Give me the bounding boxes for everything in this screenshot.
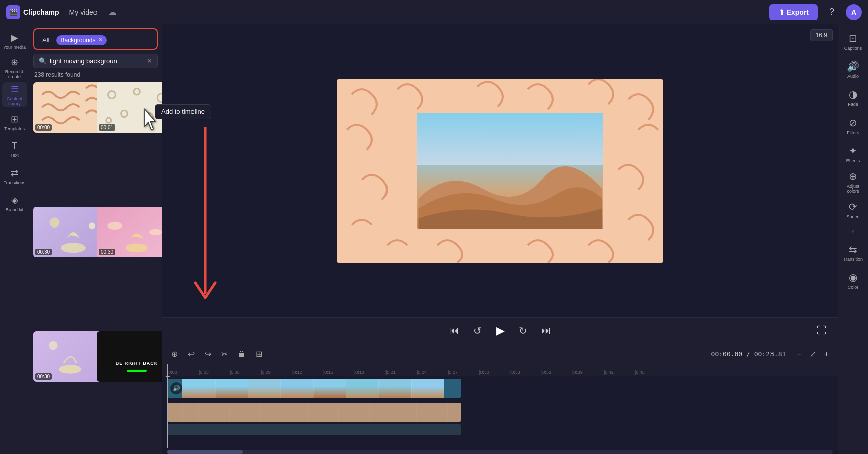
filters-icon: ⊘	[849, 117, 857, 129]
sidebar-item-brand-kit[interactable]: ◈ Brand kit	[2, 191, 27, 216]
item-time-5: 00:30	[35, 373, 52, 380]
video-track[interactable]: 🔊	[167, 379, 461, 398]
sidebar-item-content-library[interactable]: ☰ Contentlibrary	[2, 82, 27, 107]
search-icon: 🔍	[39, 57, 47, 65]
adjust-colors-icon: ⊕	[849, 170, 857, 182]
filter-all-button[interactable]: All	[39, 34, 52, 46]
help-button[interactable]: ?	[824, 4, 840, 20]
sidebar-item-templates[interactable]: ⊞ Templates	[2, 109, 27, 135]
sidebar-item-transitions[interactable]: ⇄ Transitions	[2, 164, 27, 189]
sidebar-item-speed[interactable]: ⟳ Speed	[840, 197, 866, 223]
magnet-button[interactable]: ⊕	[168, 347, 181, 361]
svg-point-2	[157, 94, 162, 103]
project-name[interactable]: My video	[65, 6, 102, 18]
aspect-ratio-button[interactable]: 16:9	[810, 29, 833, 41]
timeline-toolbar: ⊕ ↩ ↪ ✂ 🗑 ⊞ 00:00.00 / 00:23.81 − ⤢ +	[162, 344, 838, 364]
rewind-button[interactable]: ⏮	[446, 322, 462, 339]
sidebar-label-brand: Brand kit	[6, 207, 24, 212]
filter-tag-label: Backgrounds	[60, 37, 95, 44]
forward-5s-button[interactable]: ↻	[516, 322, 530, 340]
filter-tag-backgrounds[interactable]: Backgrounds ✕	[56, 35, 106, 45]
playhead[interactable]	[167, 376, 168, 448]
track-volume-icon[interactable]: 🔊	[170, 382, 182, 394]
text-icon: T	[12, 141, 17, 151]
sidebar-item-color[interactable]: ◉ Color	[840, 267, 866, 293]
redo-button[interactable]: ↪	[202, 347, 214, 361]
back-5s-button[interactable]: ↺	[470, 322, 485, 340]
right-sidebar: ⊡ Captions 🔊 Audio ◑ Fade ⊘ Filters ✦ Ef…	[838, 24, 868, 454]
effects-icon: ✦	[849, 145, 857, 157]
svg-point-13	[59, 365, 81, 374]
bg-track[interactable]	[167, 403, 461, 422]
grid-item-4[interactable]: 00:30	[97, 207, 162, 257]
sidebar-item-record-create[interactable]: ⊕ Record &create	[2, 55, 27, 80]
transition-label: Transition	[843, 257, 863, 262]
track3-row	[162, 424, 838, 439]
sidebar-chevron[interactable]: ‹	[840, 225, 866, 237]
sidebar-item-adjust-colors[interactable]: ⊕ Adjustcolors	[840, 169, 866, 195]
audio-label: Audio	[847, 74, 859, 79]
sidebar-label-library: Contentlibrary	[7, 96, 23, 106]
record-icon: ⊕	[11, 57, 18, 68]
controls-bar: ⏮ ↺ ▶ ↻ ⏭ ⛶	[162, 317, 838, 344]
media-icon: ▶	[11, 32, 18, 43]
delete-button[interactable]: 🗑	[235, 348, 249, 361]
logo[interactable]: 🎬 Clipchamp	[6, 5, 59, 19]
results-count: 238 results found	[29, 71, 162, 82]
grid-item-6[interactable]: BE RIGHT BACK	[97, 331, 162, 382]
center-area: 16:9	[162, 24, 838, 454]
sidebar-item-your-media[interactable]: ▶ Your media	[2, 28, 27, 53]
filter-tag-close-icon[interactable]: ✕	[98, 37, 103, 43]
item-time-1: 00:00	[35, 124, 52, 131]
sidebar-item-captions[interactable]: ⊡ Captions	[840, 28, 866, 54]
track3[interactable]	[167, 424, 461, 435]
color-icon: ◉	[849, 271, 857, 283]
export-button[interactable]: ⬆ Export	[769, 4, 818, 20]
search-clear-icon[interactable]: ✕	[147, 57, 152, 65]
item-time-3: 00:30	[35, 249, 52, 255]
attach-button[interactable]: ⊞	[253, 347, 265, 361]
svg-point-14	[49, 341, 58, 350]
speed-icon: ⟳	[849, 201, 857, 213]
timeline-scrollbar[interactable]	[167, 450, 833, 454]
fullscreen-button[interactable]: ⛶	[814, 322, 830, 339]
sidebar-item-fade[interactable]: ◑ Fade	[840, 84, 866, 110]
sidebar-label-record: Record &create	[5, 69, 24, 79]
sidebar-item-effects[interactable]: ✦ Effects	[840, 141, 866, 167]
zoom-fit-button[interactable]: ⤢	[807, 348, 819, 360]
left-sidebar: ▶ Your media ⊕ Record &create ☰ Contentl…	[0, 24, 29, 454]
search-bar: 🔍 ✕	[33, 54, 158, 68]
scrollbar-thumb	[167, 450, 243, 454]
sidebar-item-filters[interactable]: ⊘ Filters	[840, 112, 866, 139]
total-time: 00:23.81	[754, 350, 786, 358]
effects-label: Effects	[846, 158, 860, 163]
sidebar-item-text[interactable]: T Text	[2, 137, 27, 162]
captions-label: Captions	[844, 46, 862, 51]
item-time-4: 00:30	[99, 249, 115, 255]
speed-label: Speed	[846, 214, 859, 219]
video-track-row: 🔊	[162, 376, 838, 400]
inner-video	[417, 113, 603, 229]
zoom-out-button[interactable]: −	[794, 349, 804, 360]
skip-end-button[interactable]: ⏭	[538, 322, 554, 339]
sidebar-item-audio[interactable]: 🔊 Audio	[840, 56, 866, 82]
grid-item-2[interactable]: 00:01	[97, 82, 162, 133]
library-icon: ☰	[11, 84, 19, 95]
sidebar-label-templates: Templates	[4, 126, 25, 131]
zoom-in-button[interactable]: +	[821, 349, 832, 360]
bg-track-row	[162, 400, 838, 424]
svg-point-9	[89, 222, 95, 229]
sidebar-item-transition[interactable]: ⇆ Transition	[840, 239, 866, 265]
main-area: ▶ Your media ⊕ Record &create ☰ Contentl…	[0, 24, 868, 454]
canvas-background	[337, 79, 663, 263]
sidebar-label-transitions: Transitions	[4, 180, 26, 185]
filter-row: All Backgrounds ✕	[33, 28, 158, 50]
cut-button[interactable]: ✂	[218, 347, 231, 361]
svg-point-1	[134, 89, 140, 95]
avatar[interactable]: A	[846, 4, 862, 20]
search-input[interactable]	[50, 57, 144, 65]
chevron-icon: ‹	[852, 227, 854, 235]
play-button[interactable]: ▶	[493, 321, 508, 340]
undo-button[interactable]: ↩	[185, 347, 198, 361]
cloud-icon: ☁	[108, 7, 117, 18]
